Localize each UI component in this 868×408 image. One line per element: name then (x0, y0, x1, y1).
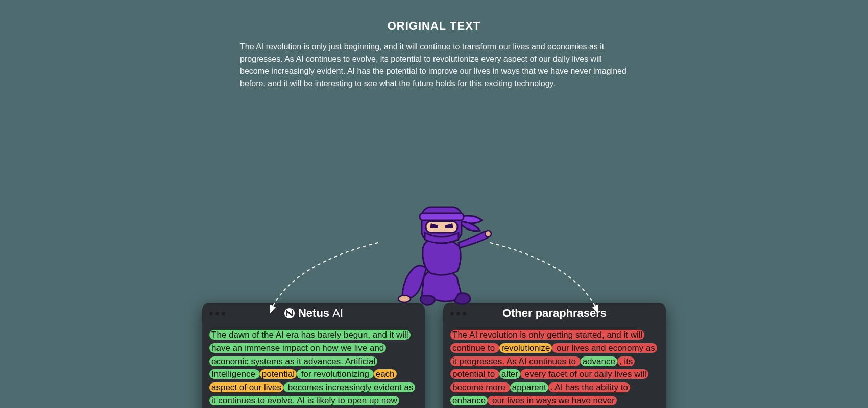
netus-logo-icon (284, 308, 295, 319)
netus-card-body: The dawn of the AI era has barely begun,… (202, 323, 425, 408)
highlight-span: enhance (450, 396, 488, 405)
svg-point-0 (485, 231, 491, 237)
original-text-title: ORIGINAL TEXT (0, 19, 868, 33)
original-text-body: The AI revolution is only just beginning… (240, 41, 628, 90)
svg-point-1 (398, 295, 411, 302)
svg-rect-3 (420, 213, 464, 220)
highlight-span: for revolutionizing (297, 369, 374, 379)
other-card-body: The AI revolution is only getting starte… (443, 323, 666, 408)
comparison-cards-row: Netus AI The dawn of the AI era has bare… (202, 303, 666, 408)
netus-brand-light: AI (332, 307, 343, 319)
original-text-section: ORIGINAL TEXT The AI revolution is only … (0, 0, 868, 90)
highlight-span: . AI has the ability to (548, 382, 630, 392)
other-card: Other paraphrasers The AI revolution is … (443, 303, 666, 408)
netus-brand-bold: Netus (298, 307, 329, 319)
highlight-span: alter (499, 369, 520, 379)
highlight-span: revolutionize (499, 343, 552, 353)
highlight-span: advance (581, 356, 617, 366)
highlight-span: apparent (510, 382, 548, 392)
ninja-mascot-icon (373, 192, 495, 309)
highlight-span: our lives in ways we have never (488, 396, 617, 405)
netus-card: Netus AI The dawn of the AI era has bare… (202, 303, 425, 408)
highlight-span: potential (260, 369, 297, 379)
